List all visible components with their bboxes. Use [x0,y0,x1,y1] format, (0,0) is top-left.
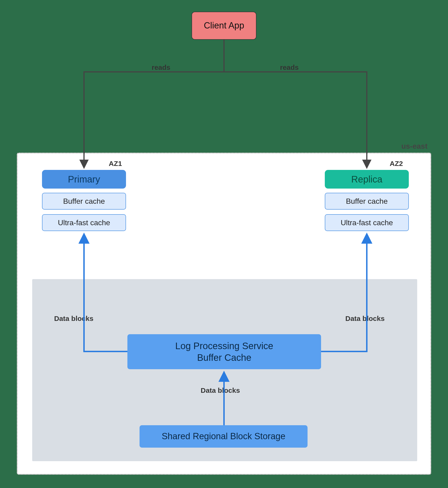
reads-right-label: reads [280,64,299,72]
az1-buffer-label: Buffer cache [63,197,105,206]
primary-node: Primary [42,170,126,189]
az1-buffer-cache: Buffer cache [42,193,126,210]
az1-ultra-label: Ultra-fast cache [58,218,110,227]
replica-node: Replica [325,170,409,189]
region-label: us-east [401,142,427,151]
log-processing-service-node: Log Processing Service Buffer Cache [128,334,321,369]
diagram-canvas: us-east Client App AZ1 Primary Buffer ca… [0,0,448,488]
data-blocks-mid-label: Data blocks [201,386,240,394]
replica-label: Replica [351,173,382,185]
reads-left-label: reads [152,64,170,72]
az2-ultra-label: Ultra-fast cache [341,218,393,227]
client-app-label: Client App [204,20,244,31]
shared-storage-node: Shared Regional Block Storage [140,425,308,448]
primary-label: Primary [68,173,100,185]
az2-label: AZ2 [390,160,403,168]
az2-buffer-label: Buffer cache [346,197,388,206]
lps-label-line1: Log Processing Service [175,340,273,352]
data-blocks-left-label: Data blocks [54,315,93,322]
lps-label-line2: Buffer Cache [197,352,252,363]
az2-ultrafast-cache: Ultra-fast cache [325,214,409,231]
shared-storage-label: Shared Regional Block Storage [162,431,285,442]
az1-ultrafast-cache: Ultra-fast cache [42,214,126,231]
data-blocks-right-label: Data blocks [345,315,384,322]
az1-label: AZ1 [109,160,122,168]
client-app-node: Client App [192,12,256,40]
az2-buffer-cache: Buffer cache [325,193,409,210]
